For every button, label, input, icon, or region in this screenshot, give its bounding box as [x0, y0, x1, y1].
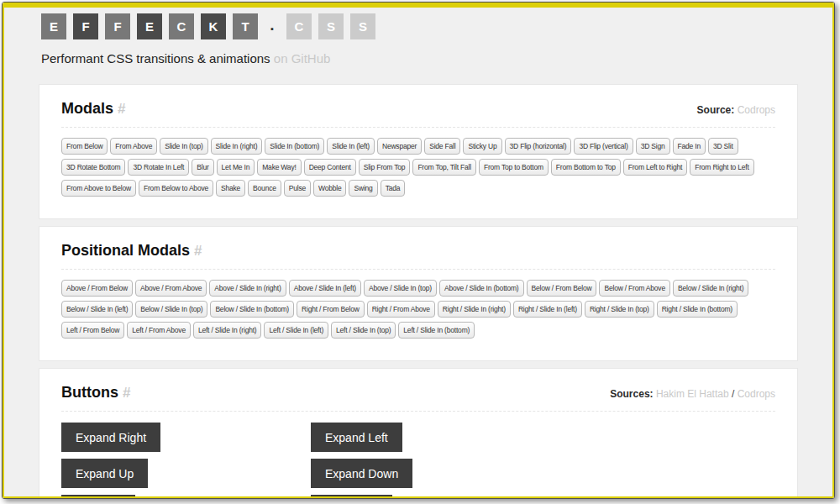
- subtitle-text: Performant CSS transitions & animations: [41, 51, 270, 66]
- modal-trigger-bounce[interactable]: Bounce: [248, 180, 281, 197]
- modal-trigger-left-from-below[interactable]: Left / From Below: [61, 322, 124, 339]
- trigger-row: From Above to BelowFrom Below to AboveSh…: [61, 179, 775, 197]
- section-modals: Modals# Source: Codrops From BelowFrom A…: [39, 84, 798, 219]
- source-link-hakim[interactable]: Hakim El Hattab: [656, 388, 729, 400]
- modal-trigger-sticky-up[interactable]: Sticky Up: [463, 138, 501, 155]
- modal-trigger-side-fall[interactable]: Side Fall: [424, 138, 460, 155]
- logo-dot: .: [266, 13, 278, 39]
- sources-credit: Sources: Hakim El Hattab / Codrops: [610, 388, 775, 400]
- modal-trigger-deep-content[interactable]: Deep Content: [304, 159, 356, 176]
- modal-trigger-slide-in-bottom[interactable]: Slide In (bottom): [265, 138, 324, 155]
- modal-trigger-right-slide-in-left[interactable]: Right / Slide In (left): [513, 301, 582, 318]
- modal-trigger-from-right-to-left[interactable]: From Right to Left: [690, 159, 753, 176]
- expand-left-button[interactable]: Expand Left: [311, 423, 402, 452]
- modal-trigger-shake[interactable]: Shake: [216, 180, 245, 197]
- modal-trigger-slide-in-right[interactable]: Slide In (right): [211, 138, 263, 155]
- section-title: Buttons: [61, 384, 118, 401]
- trigger-row: Below / Slide In (left)Below / Slide In …: [61, 300, 775, 318]
- expand-up-button[interactable]: Expand Up: [61, 459, 148, 488]
- modal-trigger-3d-flip-vertical[interactable]: 3D Flip (vertical): [574, 138, 633, 155]
- source-link-codrops[interactable]: Codrops: [738, 388, 775, 400]
- modal-trigger-above-slide-in-bottom[interactable]: Above / Slide In (bottom): [439, 280, 524, 297]
- modal-trigger-above-from-above[interactable]: Above / From Above: [135, 280, 207, 297]
- modal-trigger-right-from-below[interactable]: Right / From Below: [297, 301, 365, 318]
- logo-tile-c: C: [286, 13, 312, 39]
- modal-trigger-below-slide-in-right[interactable]: Below / Slide In (right): [673, 280, 748, 297]
- section-modals-header: Modals# Source: Codrops: [61, 100, 775, 128]
- modal-trigger-from-top-tilt-fall[interactable]: From Top, Tilt Fall: [412, 159, 476, 176]
- modal-trigger-below-slide-in-bottom[interactable]: Below / Slide In (bottom): [210, 301, 294, 318]
- modal-trigger-right-slide-in-top[interactable]: Right / Slide In (top): [585, 301, 654, 318]
- expand-down-button[interactable]: Expand Down: [311, 459, 412, 488]
- expand-button-cell: Expand Left: [311, 423, 560, 459]
- modal-trigger-above-from-below[interactable]: Above / From Below: [61, 280, 133, 297]
- logo-tile-e: E: [137, 13, 162, 39]
- modal-trigger-left-slide-in-left[interactable]: Left / Slide In (left): [264, 322, 328, 339]
- source-separator: /: [732, 388, 734, 400]
- modal-trigger-from-above-to-below[interactable]: From Above to Below: [61, 180, 136, 197]
- modal-trigger-from-bottom-to-top[interactable]: From Bottom to Top: [551, 159, 621, 176]
- source-label: Source:: [697, 104, 735, 116]
- logo-tile-k: K: [201, 13, 226, 39]
- modal-trigger-slip-from-top[interactable]: Slip From Top: [359, 159, 411, 176]
- modal-trigger-3d-rotate-in-left[interactable]: 3D Rotate In Left: [128, 159, 189, 176]
- source-link-codrops[interactable]: Codrops: [738, 104, 775, 116]
- modal-trigger-slide-in-top[interactable]: Slide In (top): [160, 138, 207, 155]
- modal-trigger-above-slide-in-right[interactable]: Above / Slide In (right): [209, 280, 286, 297]
- modal-trigger-below-slide-in-left[interactable]: Below / Slide In (left): [61, 301, 133, 318]
- modal-trigger-from-left-to-right[interactable]: From Left to Right: [623, 159, 687, 176]
- modal-trigger-from-top-to-bottom[interactable]: From Top to Bottom: [479, 159, 549, 176]
- page-subtitle: Performant CSS transitions & animations …: [41, 51, 832, 66]
- section-title: Modals: [61, 100, 113, 117]
- modal-trigger-3d-sign[interactable]: 3D Sign: [636, 138, 670, 155]
- modal-trigger-left-slide-in-right[interactable]: Left / Slide In (right): [193, 322, 262, 339]
- logo-tile-e: E: [41, 13, 66, 39]
- modal-trigger-right-slide-in-bottom[interactable]: Right / Slide In (bottom): [657, 301, 738, 318]
- modal-trigger-swing[interactable]: Swing: [349, 180, 377, 197]
- modal-trigger-below-slide-in-top[interactable]: Below / Slide In (top): [135, 301, 207, 318]
- modal-trigger-3d-rotate-bottom[interactable]: 3D Rotate Bottom: [61, 159, 125, 176]
- section-buttons: Buttons# Sources: Hakim El Hattab / Codr…: [39, 368, 798, 498]
- modal-trigger-fade-in[interactable]: Fade In: [673, 138, 706, 155]
- modal-trigger-tada[interactable]: Tada: [381, 180, 406, 197]
- modal-trigger-blur[interactable]: Blur: [192, 159, 213, 176]
- modal-trigger-make-way[interactable]: Make Way!: [257, 159, 301, 176]
- anchor-hash-link[interactable]: #: [123, 385, 130, 401]
- effeckt-page: EFFECKT.CSS Performant CSS transitions &…: [3, 3, 834, 498]
- anchor-hash-link[interactable]: #: [118, 101, 125, 117]
- logo-tile-s: S: [350, 13, 375, 39]
- section-positional-modals: Positional Modals# Above / From BelowAbo…: [39, 226, 798, 361]
- logo-tile-f: F: [73, 13, 98, 39]
- modal-trigger-newspaper[interactable]: Newspaper: [377, 138, 422, 155]
- partial-button-right[interactable]: [311, 495, 392, 498]
- modal-trigger-list: From BelowFrom AboveSlide In (top)Slide …: [61, 137, 775, 197]
- modal-trigger-slide-in-left[interactable]: Slide In (left): [327, 138, 375, 155]
- modal-trigger-below-from-below[interactable]: Below / From Below: [527, 280, 597, 297]
- source-credit: Source: Codrops: [697, 104, 775, 116]
- modal-trigger-3d-slit[interactable]: 3D Slit: [708, 138, 738, 155]
- section-buttons-header: Buttons# Sources: Hakim El Hattab / Codr…: [61, 384, 775, 412]
- browser-frame: EFFECKT.CSS Performant CSS transitions &…: [2, 2, 835, 499]
- modal-trigger-left-slide-in-top[interactable]: Left / Slide In (top): [331, 322, 396, 339]
- logo-tile-s: S: [318, 13, 344, 39]
- modal-trigger-left-from-above[interactable]: Left / From Above: [127, 322, 191, 339]
- cards-container: Modals# Source: Codrops From BelowFrom A…: [39, 84, 798, 498]
- modal-trigger-above-slide-in-top[interactable]: Above / Slide In (top): [364, 280, 437, 297]
- modal-trigger-from-above[interactable]: From Above: [110, 138, 157, 155]
- anchor-hash-link[interactable]: #: [194, 243, 202, 259]
- partial-button-left[interactable]: [61, 495, 135, 498]
- modal-trigger-left-slide-in-bottom[interactable]: Left / Slide In (bottom): [398, 322, 475, 339]
- modal-trigger-right-slide-in-right[interactable]: Right / Slide In (right): [438, 301, 511, 318]
- logo-tile-c: C: [169, 13, 194, 39]
- modal-trigger-above-slide-in-left[interactable]: Above / Slide In (left): [289, 280, 361, 297]
- modal-trigger-3d-flip-horizontal[interactable]: 3D Flip (horizontal): [505, 138, 572, 155]
- github-link[interactable]: on GitHub: [274, 51, 331, 66]
- modal-trigger-right-from-above[interactable]: Right / From Above: [367, 301, 435, 318]
- expand-right-button[interactable]: Expand Right: [61, 423, 160, 452]
- modal-trigger-below-from-above[interactable]: Below / From Above: [599, 280, 669, 297]
- modal-trigger-from-below-to-above[interactable]: From Below to Above: [139, 180, 213, 197]
- modal-trigger-from-below[interactable]: From Below: [61, 138, 108, 155]
- modal-trigger-pulse[interactable]: Pulse: [284, 180, 311, 197]
- modal-trigger-let-me-in[interactable]: Let Me In: [217, 159, 255, 176]
- modal-trigger-wobble[interactable]: Wobble: [313, 180, 346, 197]
